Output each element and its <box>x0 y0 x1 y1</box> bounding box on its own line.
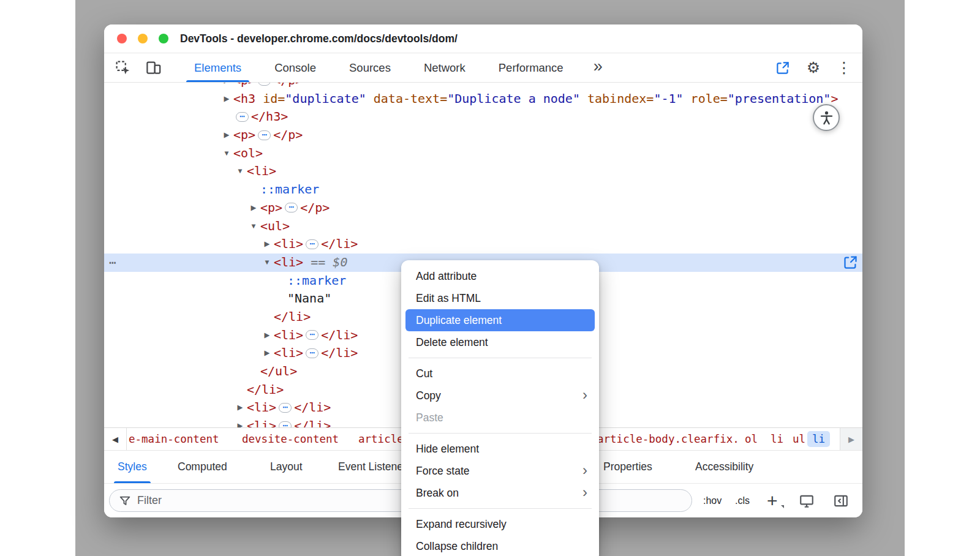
tab-console[interactable]: Console <box>258 53 333 82</box>
accessibility-button[interactable] <box>813 104 840 131</box>
expand-arrow-icon[interactable]: ▶ <box>262 326 272 345</box>
expand-arrow-icon[interactable]: ▶ <box>262 235 272 254</box>
tab-performance[interactable]: Performance <box>482 53 580 82</box>
collapse-arrow-icon[interactable]: ▼ <box>262 254 272 272</box>
panel-tab-properties[interactable]: Properties <box>603 451 652 483</box>
dom-tree-row[interactable]: ▼<ul> <box>104 217 862 236</box>
context-menu-item-force-state[interactable]: Force state› <box>405 460 595 482</box>
dom-tree-row[interactable]: ▼<ol> <box>104 145 862 163</box>
breadcrumb-scroll-left-button[interactable]: ◀ <box>104 428 127 450</box>
dom-token-tag: </ul> <box>260 364 297 378</box>
dom-row-content: <p>⋯</p> <box>233 83 303 90</box>
tab-sources[interactable]: Sources <box>333 53 407 82</box>
breadcrumb-item-li[interactable]: li <box>807 431 830 447</box>
tab-elements[interactable]: Elements <box>178 53 258 82</box>
expand-arrow-icon[interactable]: ▶ <box>222 83 232 90</box>
breadcrumb-item-li[interactable]: li <box>771 433 783 445</box>
expand-inline-icon[interactable]: ⋯ <box>306 239 318 249</box>
context-menu-item-copy[interactable]: Copy› <box>405 385 595 407</box>
dom-tree-row[interactable]: ▶<h3 id="duplicate" data-text="Duplicate… <box>104 90 862 108</box>
expand-arrow-icon[interactable]: ▶ <box>262 344 272 363</box>
expand-arrow-icon[interactable]: ▶ <box>222 90 232 108</box>
kebab-menu-icon[interactable]: ⋮ <box>835 59 853 77</box>
breadcrumb-item-devsite-content[interactable]: devsite-content <box>242 433 339 445</box>
expand-inline-icon[interactable]: ⋯ <box>279 421 292 427</box>
window-titlebar: DevTools - developer.chrome.com/docs/dev… <box>104 24 862 53</box>
zoom-button[interactable] <box>159 34 168 43</box>
context-menu-item-delete-element[interactable]: Delete element <box>405 331 595 353</box>
dom-tree-row[interactable]: ▼<li> <box>104 162 862 181</box>
row-actions-icon[interactable]: ⋯ <box>109 254 116 272</box>
dom-token-tag: </p> <box>300 200 330 215</box>
dom-token-val: "duplicate" <box>285 91 366 106</box>
inspect-icon[interactable] <box>114 59 131 77</box>
context-menu-item-duplicate-element[interactable]: Duplicate element <box>405 309 595 331</box>
expand-inline-icon[interactable]: ⋯ <box>285 203 298 212</box>
expand-inline-icon[interactable]: ⋯ <box>258 83 271 86</box>
dom-tree-row[interactable]: ▶<p>⋯</p> <box>104 83 862 90</box>
expand-inline-icon[interactable]: ⋯ <box>306 330 318 340</box>
tab-network[interactable]: Network <box>407 53 482 82</box>
filter-input[interactable]: Filter <box>109 489 692 512</box>
breadcrumb-item-ol[interactable]: ol <box>745 433 758 445</box>
dom-token-meta: == <box>303 255 333 269</box>
toggle-element-classes-button[interactable]: .cls <box>735 495 750 506</box>
dom-row-content: <li>⋯</li> <box>274 235 358 254</box>
dom-token-tag: </li> <box>321 236 358 251</box>
close-button[interactable] <box>117 34 127 43</box>
breadcrumb-scroll-right-button[interactable]: ▶ <box>840 428 862 450</box>
panel-tab-accessibility[interactable]: Accessibility <box>695 451 753 483</box>
breadcrumb-item-e-main-content[interactable]: e-main-content <box>129 433 219 445</box>
new-style-rule-button[interactable]: + <box>767 492 778 510</box>
open-external-panel-icon[interactable] <box>774 59 791 77</box>
dom-token-tag: <li> <box>247 418 276 427</box>
dom-token-tag: </li> <box>294 418 331 427</box>
breadcrumb-item-article[interactable]: article <box>358 433 404 445</box>
context-menu-item-edit-as-html[interactable]: Edit as HTML <box>405 287 595 309</box>
settings-gear-icon[interactable]: ⚙ <box>805 59 822 77</box>
context-menu-item-collapse-children[interactable]: Collapse children <box>405 535 595 556</box>
context-menu-item-add-attribute[interactable]: Add attribute <box>405 265 595 287</box>
breadcrumb-item-article-body-clearfix[interactable]: article-body.clearfix. <box>597 433 739 445</box>
expand-inline-icon[interactable]: ⋯ <box>236 112 249 122</box>
dom-token-val: "Duplicate a node" <box>447 91 580 106</box>
toggle-sidebar-icon[interactable] <box>833 493 849 509</box>
expand-inline-icon[interactable]: ⋯ <box>279 403 292 413</box>
dom-token-pseudo: ::marker <box>287 273 346 288</box>
dom-tree-row[interactable]: ▶<p>⋯</p> <box>104 126 862 145</box>
expand-arrow-icon[interactable]: ▶ <box>235 417 245 427</box>
traffic-lights <box>104 34 168 43</box>
device-toolbar-icon[interactable] <box>145 59 162 77</box>
dom-tree-row[interactable]: ▶<p>⋯</p> <box>104 199 862 217</box>
expand-arrow-icon[interactable]: ▶ <box>249 199 258 217</box>
toggle-pseudo-classes-button[interactable]: :hov <box>703 495 722 506</box>
rendering-format-icon[interactable] <box>799 493 815 509</box>
more-tabs-icon[interactable]: » <box>594 58 603 78</box>
dom-tree-row[interactable]: ▶<li>⋯</li> <box>104 235 862 254</box>
context-menu-item-cut[interactable]: Cut <box>405 363 595 385</box>
expand-inline-icon[interactable]: ⋯ <box>258 130 271 140</box>
dom-row-content: <li>⋯</li> <box>247 399 331 417</box>
accessibility-person-icon <box>818 110 835 126</box>
panel-tab-styles[interactable]: Styles <box>118 451 147 483</box>
dom-tree-row[interactable]: ::marker <box>104 181 862 199</box>
context-menu-item-break-on[interactable]: Break on› <box>405 482 595 504</box>
expand-inline-icon[interactable]: ⋯ <box>306 348 318 358</box>
dom-token-tag: </p> <box>273 127 303 142</box>
node-overlay-badge-icon[interactable] <box>842 254 859 271</box>
breadcrumb-item-ul[interactable]: ul <box>793 433 805 445</box>
dom-row-content: <li> == $0 <box>274 254 347 272</box>
collapse-arrow-icon[interactable]: ▼ <box>235 162 245 181</box>
dom-token-tag: </li> <box>274 309 311 324</box>
expand-arrow-icon[interactable]: ▶ <box>222 126 232 145</box>
panel-tab-computed[interactable]: Computed <box>178 451 227 483</box>
context-menu-item-expand-recursively[interactable]: Expand recursively <box>405 513 595 535</box>
panel-tab-layout[interactable]: Layout <box>270 451 303 483</box>
dom-tree-row[interactable]: ⋯</h3> <box>104 108 862 126</box>
minimize-button[interactable] <box>138 34 148 43</box>
expand-arrow-icon[interactable]: ▶ <box>235 399 245 417</box>
context-menu: Add attributeEdit as HTMLDuplicate eleme… <box>401 260 599 556</box>
collapse-arrow-icon[interactable]: ▼ <box>222 145 232 163</box>
collapse-arrow-icon[interactable]: ▼ <box>249 217 258 236</box>
context-menu-item-hide-element[interactable]: Hide element <box>405 438 595 460</box>
